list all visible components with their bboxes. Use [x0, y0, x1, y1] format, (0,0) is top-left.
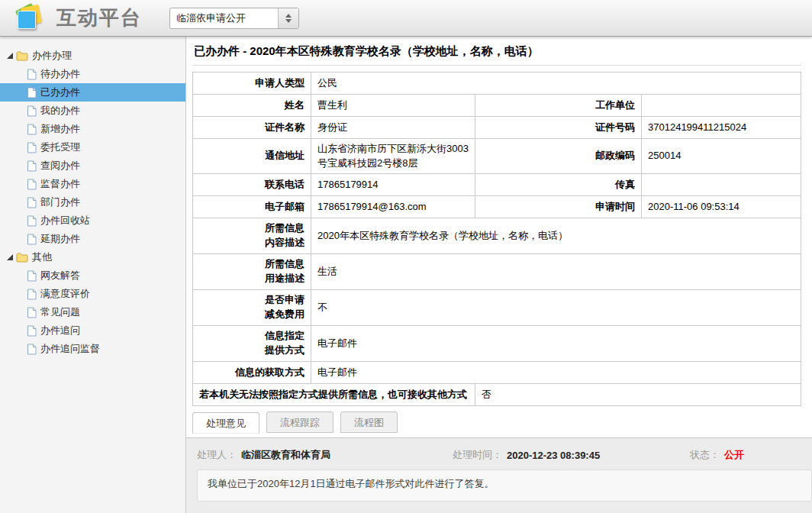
sidebar-item-label: 其他: [32, 250, 52, 264]
sidebar-item-label: 新增办件: [40, 122, 80, 136]
tab-liucheng-tu[interactable]: 流程图: [340, 411, 398, 433]
field-value: 身份证: [311, 117, 475, 139]
sidebar-folder-qita[interactable]: 其他: [0, 248, 185, 266]
sidebar-item-label: 网友解答: [40, 269, 80, 282]
sidebar-item-label: 查阅办件: [40, 159, 80, 173]
table-row: 通信地址 山东省济南市历下区新泺大街3003号宝威科技园2号楼8层 邮政编码 2…: [193, 139, 801, 174]
document-icon: [27, 307, 37, 318]
select-spinner-icon[interactable]: [278, 8, 298, 28]
table-row: 电子邮箱 17865179914@163.com 申请时间 2020-11-06…: [193, 196, 801, 218]
field-label: 通信地址: [193, 139, 311, 174]
process-time-label: 处理时间：: [453, 448, 502, 462]
sidebar-item-zhuiwen[interactable]: 办件追问: [0, 321, 185, 340]
sidebar-item-label: 已办办件: [40, 86, 80, 99]
sidebar-item-label: 我的办件: [40, 104, 80, 118]
field-value: [642, 174, 801, 196]
tab-liucheng-genzong[interactable]: 流程跟踪: [266, 411, 334, 433]
field-value: 生活: [311, 254, 801, 290]
sidebar-item-changjian-wenti[interactable]: 常见问题: [0, 303, 185, 321]
sidebar-item-label: 常见问题: [40, 305, 80, 319]
field-label: 联系电话: [193, 174, 311, 196]
sidebar-item-yanqi[interactable]: 延期办件: [0, 230, 185, 248]
handler-value: 临淄区教育和体育局: [241, 448, 330, 462]
result-panel: 处理人： 临淄区教育和体育局 处理时间： 2020-12-23 08:39:45…: [186, 437, 812, 513]
field-label: 传真: [475, 174, 642, 196]
app-logo-icon: [15, 5, 46, 32]
document-icon: [27, 270, 37, 282]
app-title: 互动平台: [56, 5, 142, 31]
document-icon: [27, 215, 37, 227]
sidebar-item-chayue[interactable]: 查阅办件: [0, 156, 185, 175]
module-select[interactable]: 临淄依申请公开: [169, 8, 299, 29]
sidebar-item-bumen[interactable]: 部门办件: [0, 193, 185, 211]
field-value: 山东省济南市历下区新泺大街3003号宝威科技园2号楼8层: [311, 139, 475, 174]
handler-label: 处理人：: [197, 448, 237, 462]
document-icon: [27, 142, 37, 153]
sidebar-item-zhuiwen-jiandu[interactable]: 办件追问监督: [0, 340, 185, 358]
table-row: 是否申请 减免费用 不: [193, 290, 801, 326]
field-value: 17865179914@163.com: [311, 196, 475, 218]
field-label: 申请人类型: [193, 73, 311, 95]
field-value: 250014: [642, 139, 801, 174]
field-label: 申请时间: [475, 196, 642, 218]
field-value: 电子邮件: [311, 326, 801, 362]
sidebar-item-yiban[interactable]: 已办办件: [0, 83, 185, 102]
field-label: 电子邮箱: [193, 196, 311, 218]
field-value: 电子邮件: [311, 362, 801, 384]
sidebar-item-xinzeng[interactable]: 新增办件: [0, 120, 185, 138]
field-label: 所需信息 用途描述: [193, 254, 311, 290]
field-value: 2020-11-06 09:53:14: [642, 196, 801, 218]
sidebar-item-label: 委托受理: [40, 140, 80, 154]
sidebar-item-wode[interactable]: 我的办件: [0, 102, 185, 120]
sidebar-item-label: 办件追问: [40, 324, 80, 337]
field-label: 邮政编码: [475, 139, 642, 174]
sidebar-item-jiandu[interactable]: 监督办件: [0, 175, 185, 193]
sidebar-folder-banjian-banli[interactable]: 办件办理: [0, 47, 185, 65]
document-icon: [27, 289, 37, 300]
status-badge: 公开: [724, 448, 744, 462]
sidebar-item-label: 办件回收站: [40, 214, 90, 227]
field-label: 证件号码: [475, 117, 642, 139]
field-label: 信息指定 提供方式: [193, 326, 311, 362]
field-label: 是否申请 减免费用: [193, 290, 311, 326]
document-icon: [27, 179, 37, 190]
sidebar-item-manyidu[interactable]: 满意度评价: [0, 285, 185, 303]
sidebar-item-label: 办件办理: [32, 49, 72, 63]
document-icon: [27, 197, 37, 208]
result-tabbar: 处理意见 流程跟踪 流程图: [192, 411, 801, 433]
result-meta-row: 处理人： 临淄区教育和体育局 处理时间： 2020-12-23 08:39:45…: [197, 438, 812, 462]
table-row: 姓名 曹生利 工作单位: [193, 95, 801, 117]
sidebar-item-wangyou-jieda[interactable]: 网友解答: [0, 266, 185, 285]
sidebar-item-label: 办件追问监督: [40, 342, 100, 356]
table-row: 所需信息 内容描述 2020年本区特殊教育学校名录（学校地址，名称，电话）: [193, 218, 801, 254]
field-value: 否: [475, 384, 801, 406]
sidebar-item-weituo[interactable]: 委托受理: [0, 138, 185, 156]
sidebar-item-label: 部门办件: [40, 195, 80, 209]
process-time-value: 2020-12-23 08:39:45: [507, 450, 600, 461]
field-value: 17865179914: [311, 174, 475, 196]
tree-expand-icon[interactable]: [7, 254, 13, 260]
field-value: 370124199411215024: [642, 117, 801, 139]
field-value: 公民: [311, 73, 801, 95]
page-title: 已办办件 - 2020年本区特殊教育学校名录（学校地址，名称，电话）: [192, 37, 801, 65]
app-header: 互动平台 临淄依申请公开: [0, 0, 812, 37]
sidebar-item-daiban[interactable]: 待办办件: [0, 65, 185, 83]
status-label: 状态：: [690, 448, 720, 462]
sidebar-item-label: 延期办件: [40, 232, 80, 246]
document-icon: [27, 160, 37, 172]
field-label: 所需信息 内容描述: [193, 218, 311, 254]
tab-chuli-yijian[interactable]: 处理意见: [192, 412, 259, 434]
folder-icon: [16, 252, 28, 263]
field-value: 2020年本区特殊教育学校名录（学校地址，名称，电话）: [311, 218, 801, 254]
sidebar-item-label: 待办办件: [40, 67, 80, 81]
field-value: 不: [311, 290, 801, 326]
document-icon: [27, 69, 37, 80]
field-label: 若本机关无法按照指定方式提供所需信息，也可接收其他方式: [193, 384, 475, 406]
document-icon: [27, 325, 37, 337]
table-row: 证件名称 身份证 证件号码 370124199411215024: [193, 117, 801, 139]
sidebar-item-huishouzhan[interactable]: 办件回收站: [0, 211, 185, 230]
field-label: 姓名: [193, 95, 311, 117]
field-label: 证件名称: [193, 117, 311, 139]
field-label: 工作单位: [475, 95, 642, 117]
tree-expand-icon[interactable]: [7, 53, 13, 59]
